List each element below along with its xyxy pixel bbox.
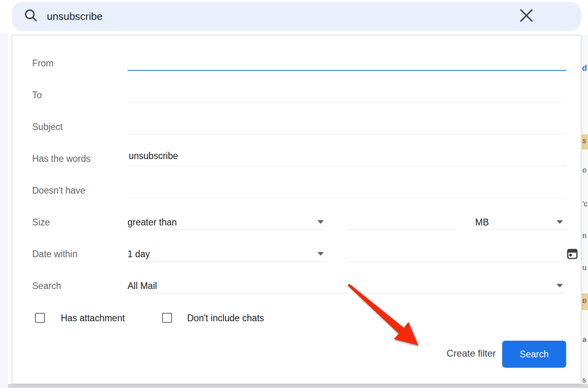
has-attachment-checkbox[interactable] [35, 313, 45, 323]
background-bottom-strip [8, 384, 588, 388]
clipped-text-fragment: o [582, 166, 587, 173]
search-query-text[interactable]: unsubscribe [47, 10, 519, 23]
search-bar[interactable]: unsubscribe [12, 2, 581, 31]
size-amount-underline [345, 229, 456, 230]
date-within-label: Date within [32, 248, 77, 260]
clipped-text-fragment: 'c [582, 200, 587, 206]
clipped-text-fragment: a [582, 336, 587, 342]
date-value-input[interactable] [345, 248, 552, 259]
date-range-dropdown[interactable]: 1 day [128, 248, 150, 260]
has-words-label: Has the words [32, 153, 91, 165]
to-input[interactable] [128, 87, 565, 98]
size-unit-underline [475, 229, 568, 230]
close-icon[interactable] [519, 8, 534, 24]
chevron-down-icon[interactable] [317, 220, 324, 224]
from-underline [128, 70, 566, 71]
from-input[interactable] [128, 55, 565, 66]
size-amount-input[interactable] [345, 216, 453, 227]
clipped-link-fragment: d [582, 64, 587, 72]
doesnt-have-underline [128, 198, 566, 198]
has-attachment-label: Has attachment [61, 312, 125, 324]
size-operator-dropdown[interactable]: greater than [128, 216, 177, 228]
search-scope-dropdown[interactable]: All Mail [128, 280, 157, 292]
search-scope-underline [128, 293, 566, 293]
subject-input[interactable] [128, 119, 565, 130]
chevron-down-icon[interactable] [557, 284, 563, 287]
chevron-down-icon[interactable] [317, 252, 324, 256]
from-label: From [32, 57, 54, 69]
doesnt-have-label: Doesn't have [32, 184, 85, 196]
to-underline [128, 102, 566, 103]
search-filter-dialog: From To Subject Has the words Doesn't ha… [12, 35, 581, 384]
date-range-underline [128, 261, 326, 262]
subject-underline [128, 134, 566, 134]
search-scope-label: Search [32, 280, 61, 292]
subject-label: Subject [32, 121, 63, 133]
background-email-list-sliver: d s o 'c n u p a s [582, 35, 588, 384]
clipped-text-fragment: u [582, 264, 587, 270]
dont-include-chats-label: Don't include chats [187, 312, 264, 324]
chevron-down-icon[interactable] [557, 220, 563, 224]
clipped-text-fragment: s [582, 376, 587, 382]
date-value-underline [345, 261, 569, 262]
create-filter-button[interactable]: Create filter [420, 348, 496, 359]
size-unit-dropdown[interactable]: MB [475, 216, 489, 228]
calendar-icon[interactable] [567, 248, 578, 261]
has-words-underline [128, 166, 566, 166]
clipped-text-fragment: s [582, 137, 587, 143]
search-icon [24, 8, 38, 24]
size-operator-underline [128, 229, 326, 230]
background-left-strip [0, 33, 8, 388]
clipped-text-fragment: n [582, 232, 587, 238]
dont-include-chats-checkbox[interactable] [162, 313, 172, 323]
to-label: To [32, 89, 42, 101]
size-label: Size [32, 216, 50, 228]
doesnt-have-input[interactable] [128, 182, 565, 193]
clipped-text-fragment: p [582, 297, 587, 303]
has-words-input[interactable] [129, 151, 565, 161]
search-button[interactable]: Search [502, 341, 566, 368]
